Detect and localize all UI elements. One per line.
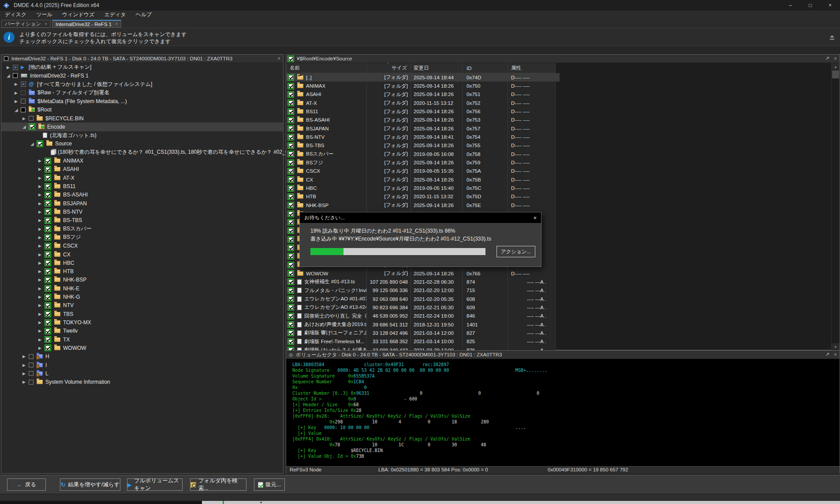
tab-InternalDrive32 - ReFS 1[interactable]: InternalDrive32 - ReFS 1× — [52, 20, 121, 28]
tree-item[interactable]: ▶BS-NTV — [1, 208, 283, 216]
結果を増やす/減らす-button[interactable]: 結果を増やす/減らす — [60, 478, 120, 491]
file-checkbox[interactable] — [288, 118, 293, 122]
tree-item[interactable]: ▶WOWOW — [1, 344, 283, 352]
menu-item-ディスク[interactable]: ディスク — [0, 11, 31, 19]
file-checkbox[interactable] — [288, 194, 293, 199]
file-checkbox[interactable] — [288, 237, 293, 242]
expand-arrow-icon[interactable]: ▶ — [38, 235, 45, 240]
file-checkbox[interactable] — [288, 186, 293, 191]
tree-checkbox[interactable] — [45, 244, 50, 248]
expand-arrow-icon[interactable]: ▶ — [38, 312, 45, 316]
tree-checkbox[interactable] — [29, 371, 34, 376]
tree-checkbox[interactable] — [45, 226, 50, 231]
tree-item[interactable]: ▶BSスカパー — [1, 225, 283, 233]
tab-パーティション[interactable]: パーティション× — [1, 20, 51, 28]
file-checkbox[interactable] — [288, 169, 293, 174]
expand-arrow-icon[interactable]: ▶ — [22, 354, 29, 359]
expand-arrow-icon[interactable]: ▶ — [38, 167, 45, 171]
expand-arrow-icon[interactable]: ▶ — [38, 176, 45, 180]
expand-arrow-icon[interactable]: ▶ — [38, 184, 45, 189]
file-row[interactable]: エウレカセブンAO #01-#07...92 063 088 6402021-0… — [286, 295, 560, 303]
minimize-button[interactable]: – — [780, 0, 800, 11]
file-checkbox[interactable] — [288, 288, 293, 293]
tree-checkbox[interactable] — [45, 184, 50, 189]
戻る-button[interactable]: 戻る — [7, 478, 46, 491]
file-checkbox[interactable] — [288, 339, 293, 344]
file-row[interactable]: NHK-BSP[フォルダ]2025-09-14 18:260x75ED---- … — [286, 201, 560, 209]
scrollbar-thumb[interactable] — [832, 70, 839, 78]
tree-checkbox[interactable] — [13, 73, 18, 78]
tree-item[interactable]: ▶NHK-BSP — [1, 276, 283, 284]
file-row[interactable]: 劇場版 響け!ユーフォニアム...33 128 042 4962021-03-1… — [286, 329, 560, 337]
tree-item[interactable]: (180秒で君の耳を幸せにできるか？ #01_CS1(333).ts, 180秒… — [1, 148, 283, 156]
expand-arrow-icon[interactable]: ▶ — [38, 227, 45, 231]
panel-expand-icon[interactable]: ↗ — [825, 56, 829, 62]
tree-item[interactable]: ▶[他の結果 + フルスキャン] — [1, 63, 283, 71]
tree-item[interactable]: ◢Encode — [1, 122, 283, 131]
scroll-up-icon[interactable]: ▲ — [832, 63, 840, 70]
file-checkbox[interactable] — [288, 322, 293, 327]
tree-item[interactable]: ▶TX — [1, 335, 283, 344]
file-checkbox[interactable] — [288, 84, 293, 89]
tree-item[interactable]: ▶BS11 — [1, 182, 283, 190]
column-header-ID[interactable]: ID — [462, 63, 508, 73]
tree-item[interactable]: ▶BSフジ — [1, 233, 283, 241]
expand-arrow-icon[interactable]: ▶ — [15, 99, 21, 104]
file-row[interactable]: [..][フォルダ]2025-09-14 18:440x74DD---- ---… — [286, 73, 560, 82]
collapse-infobar-icon[interactable] — [829, 35, 835, 40]
tree-checkbox[interactable] — [45, 218, 50, 223]
tree-checkbox[interactable] — [45, 278, 50, 282]
tree-checkbox[interactable] — [29, 380, 34, 385]
file-checkbox[interactable] — [288, 177, 293, 182]
tree-checkbox[interactable] — [29, 363, 34, 367]
tree-checkbox[interactable] — [45, 193, 50, 197]
file-row[interactable]: ANIMAX[フォルダ]2025-09-14 18:260x750D---- -… — [286, 82, 560, 90]
file-row[interactable]: BS11[フォルダ]2025-09-14 18:260x756D---- ---… — [286, 107, 560, 115]
tree-item[interactable]: ▶BS-ASAHI — [1, 191, 283, 199]
column-divider[interactable] — [555, 63, 556, 350]
menu-item-ツール[interactable]: ツール — [31, 11, 57, 19]
file-checkbox[interactable] — [288, 100, 293, 105]
tree-checkbox[interactable] — [37, 141, 42, 146]
tree-item[interactable]: ▶ANIMAX — [1, 156, 283, 165]
tree-item[interactable]: ▶[すべて見つかりました / 仮想ファイルシステム] — [1, 80, 283, 89]
expand-arrow-icon[interactable]: ▶ — [7, 65, 13, 70]
file-row[interactable]: BSスカパー[フォルダ]2019-09-05 16:080x758D---- -… — [286, 150, 560, 158]
collapse-arrow-icon[interactable]: ◢ — [30, 141, 37, 146]
close-button[interactable]: × — [820, 0, 840, 11]
tree-checkbox[interactable] — [45, 337, 50, 342]
expand-arrow-icon[interactable]: ▶ — [22, 116, 29, 121]
tree-checkbox[interactable] — [45, 320, 50, 325]
panel-expand-icon[interactable]: ↗ — [825, 352, 829, 358]
tree-item[interactable]: ▶AT-X — [1, 174, 283, 182]
scroll-down-icon[interactable]: ▼ — [832, 343, 840, 350]
collapse-arrow-icon[interactable]: ◢ — [22, 124, 29, 129]
dialog-close-icon[interactable]: × — [533, 215, 537, 221]
expand-arrow-icon[interactable]: ▶ — [38, 201, 45, 206]
tree-item[interactable]: ◢Source — [1, 140, 283, 148]
tree-item[interactable]: ▶BS-TBS — [1, 216, 283, 225]
tree-item[interactable]: (北海道ゴハット.ts) — [1, 131, 283, 140]
expand-arrow-icon[interactable]: ▶ — [38, 193, 45, 197]
file-row[interactable]: BS-ASAHI[フォルダ]2025-09-14 18:260x753D----… — [286, 116, 560, 124]
tree-checkbox[interactable] — [30, 124, 34, 129]
file-checkbox[interactable] — [288, 314, 293, 319]
column-header-変更日[interactable]: 変更日 — [411, 63, 462, 73]
tree-checkbox[interactable] — [45, 269, 50, 274]
tree-item[interactable]: ▶NTV — [1, 301, 283, 310]
file-checkbox[interactable] — [288, 245, 293, 250]
file-row[interactable]: CSCX[フォルダ]2019-09-05 15:350x75AD---- ---… — [286, 167, 560, 175]
file-checkbox[interactable] — [288, 305, 293, 310]
tree-checkbox[interactable] — [45, 345, 50, 350]
maximize-button[interactable]: □ — [800, 0, 820, 11]
tree-checkbox[interactable] — [21, 90, 26, 95]
tree-item[interactable]: ▶NHK-E — [1, 284, 283, 293]
menu-item-ヘルプ[interactable]: ヘルプ — [131, 11, 157, 19]
tree-item[interactable]: ▶CX — [1, 250, 283, 259]
file-row[interactable]: エウレカセブンAO #13-#24...90 823 696 3842021-0… — [286, 303, 560, 311]
expand-arrow-icon[interactable]: ▶ — [38, 252, 45, 257]
column-header-属性[interactable]: 属性 — [508, 63, 555, 73]
tree-checkbox[interactable] — [45, 311, 50, 316]
file-row[interactable]: BS-TBS[フォルダ]2025-09-14 18:260x755D---- -… — [286, 141, 560, 150]
file-row[interactable]: WOWOW[フォルダ]2025-09-14 18:260x766D---- --… — [286, 269, 560, 278]
